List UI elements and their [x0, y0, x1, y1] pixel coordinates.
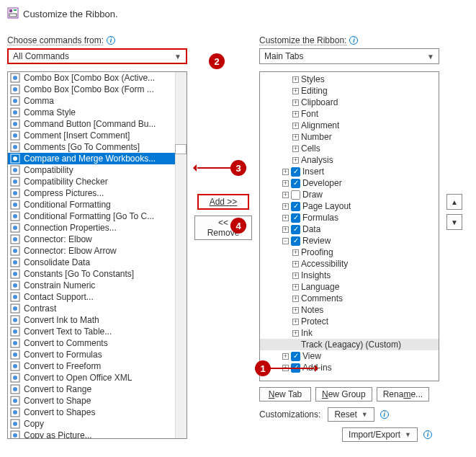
command-item[interactable]: Connection Properties... — [8, 222, 187, 234]
info-icon[interactable]: i — [107, 36, 115, 45]
expander-icon[interactable]: + — [292, 88, 299, 94]
command-item[interactable]: Command Button [Command Bu... — [8, 118, 187, 130]
tree-item[interactable]: +View — [260, 350, 439, 362]
expander-icon[interactable]: + — [292, 99, 299, 106]
tree-item[interactable]: Track (Leagacy) (Custom) — [260, 339, 439, 350]
move-down-button[interactable]: ▼ — [446, 214, 462, 230]
tree-item[interactable]: +Data — [260, 223, 439, 235]
command-item[interactable]: Constrain Numeric — [8, 280, 187, 291]
command-item[interactable]: Convert to Formulas — [8, 349, 187, 360]
tree-item[interactable]: +Proofing — [260, 247, 439, 258]
command-item[interactable]: Comma — [8, 95, 187, 107]
tree-item[interactable]: +Clipboard — [260, 97, 439, 108]
tree-item[interactable]: +Language — [260, 281, 439, 293]
expander-icon[interactable]: + — [292, 272, 299, 279]
command-item[interactable]: Constants [Go To Constants] — [8, 268, 187, 280]
scrollbar-track[interactable] — [175, 72, 187, 438]
tree-item[interactable]: +Alignment — [260, 120, 439, 131]
tree-item[interactable]: +Ink — [260, 327, 439, 339]
info-icon[interactable]: i — [380, 410, 389, 419]
expander-icon[interactable]: + — [292, 157, 299, 164]
tree-item[interactable]: -Review — [260, 235, 439, 247]
tree-item[interactable]: +Number — [260, 131, 439, 143]
expander-icon[interactable]: + — [282, 180, 289, 187]
command-item[interactable]: Combo Box [Combo Box (Form ... — [8, 84, 187, 95]
command-item[interactable]: Copy as Picture... — [8, 430, 187, 438]
checkbox[interactable] — [291, 202, 300, 211]
command-item[interactable]: Convert to Freeform — [8, 360, 187, 372]
checkbox[interactable] — [291, 225, 300, 234]
tree-item[interactable]: +Insert — [260, 166, 439, 177]
ribbon-tree[interactable]: +Styles+Editing+Clipboard+Font+Alignment… — [259, 71, 439, 381]
command-item[interactable]: Comments [Go To Comments] — [8, 141, 187, 153]
expander-icon[interactable]: + — [292, 146, 299, 152]
command-item[interactable]: Convert Ink to Math — [8, 314, 187, 326]
expander-icon[interactable]: + — [292, 111, 299, 117]
command-item[interactable]: Convert to Open Office XML — [8, 372, 187, 383]
command-item[interactable]: Compatibility Checker — [8, 176, 187, 187]
add-button[interactable]: Add >> — [197, 194, 249, 210]
expander-icon[interactable]: - — [282, 238, 289, 244]
command-item[interactable]: Compress Pictures... — [8, 187, 187, 199]
command-item[interactable]: Compatibility▶ — [8, 164, 187, 176]
tree-item[interactable]: +Editing — [260, 85, 439, 97]
command-item[interactable]: Convert to Range — [8, 383, 187, 395]
tree-item[interactable]: +Protect — [260, 316, 439, 327]
tree-item[interactable]: +Page Layout — [260, 200, 439, 212]
command-item[interactable]: Contrast▶ — [8, 303, 187, 314]
checkbox[interactable] — [291, 167, 300, 177]
checkbox[interactable] — [291, 236, 300, 246]
move-up-button[interactable]: ▲ — [446, 194, 462, 210]
expander-icon[interactable]: + — [282, 203, 289, 210]
expander-icon[interactable]: + — [282, 169, 289, 175]
new-group-button[interactable]: New Group — [315, 387, 372, 401]
command-item[interactable]: Convert to Comments — [8, 337, 187, 349]
checkbox[interactable] — [291, 213, 300, 223]
command-item[interactable]: Combo Box [Combo Box (Active... — [8, 72, 187, 84]
expander-icon[interactable]: + — [292, 307, 299, 314]
tree-item[interactable]: +Notes — [260, 304, 439, 316]
command-item[interactable]: Conditional Formatting▶ — [8, 199, 187, 210]
expander-icon[interactable]: + — [282, 226, 289, 233]
expander-icon[interactable]: + — [292, 296, 299, 302]
customize-ribbon-combo[interactable]: Main Tabs ▼ — [259, 48, 439, 64]
tree-item[interactable]: +Comments — [260, 293, 439, 304]
checkbox[interactable] — [291, 179, 300, 188]
tree-item[interactable]: +Font — [260, 108, 439, 120]
tree-item[interactable]: +Analysis — [260, 154, 439, 166]
tree-item[interactable]: +Cells — [260, 143, 439, 154]
commands-listbox[interactable]: Combo Box [Combo Box (Active...Combo Box… — [7, 71, 187, 439]
expander-icon[interactable]: + — [292, 319, 299, 325]
command-item[interactable]: Connector: Elbow — [8, 234, 187, 245]
tree-item[interactable]: +Draw — [260, 189, 439, 200]
expander-icon[interactable]: + — [292, 330, 299, 337]
expander-icon[interactable]: + — [292, 134, 299, 141]
reset-button[interactable]: Reset▼ — [328, 407, 374, 422]
info-icon[interactable]: i — [423, 430, 432, 439]
info-icon[interactable]: i — [349, 36, 358, 45]
rename-button[interactable]: Rename... — [377, 387, 429, 401]
scrollbar-thumb[interactable] — [175, 144, 187, 154]
new-tab-button[interactable]: New Tab — [259, 387, 311, 401]
tree-item[interactable]: +Developer — [260, 177, 439, 189]
expander-icon[interactable]: + — [292, 284, 299, 290]
command-item[interactable]: Conditional Formatting [Go To C... — [8, 210, 187, 222]
expander-icon[interactable]: + — [292, 261, 299, 267]
command-item[interactable]: Comment [Insert Comment] — [8, 130, 187, 141]
command-item[interactable]: Comma Style — [8, 107, 187, 118]
checkbox[interactable] — [291, 352, 300, 361]
choose-commands-combo[interactable]: All Commands ▼ — [7, 48, 187, 64]
expander-icon[interactable]: + — [282, 353, 289, 360]
expander-icon[interactable]: + — [292, 76, 299, 83]
command-item[interactable]: Compare and Merge Workbooks... — [8, 153, 187, 164]
tree-item[interactable]: +Formulas — [260, 212, 439, 223]
expander-icon[interactable]: + — [292, 123, 299, 129]
expander-icon[interactable]: + — [282, 215, 289, 221]
command-item[interactable]: Consolidate Data — [8, 257, 187, 268]
checkbox[interactable] — [291, 190, 300, 200]
command-item[interactable]: Connector: Elbow Arrow — [8, 245, 187, 257]
command-item[interactable]: Convert to Shapes — [8, 407, 187, 418]
command-item[interactable]: Copy — [8, 418, 187, 430]
tree-item[interactable]: +Styles — [260, 74, 439, 85]
expander-icon[interactable]: + — [292, 249, 299, 256]
